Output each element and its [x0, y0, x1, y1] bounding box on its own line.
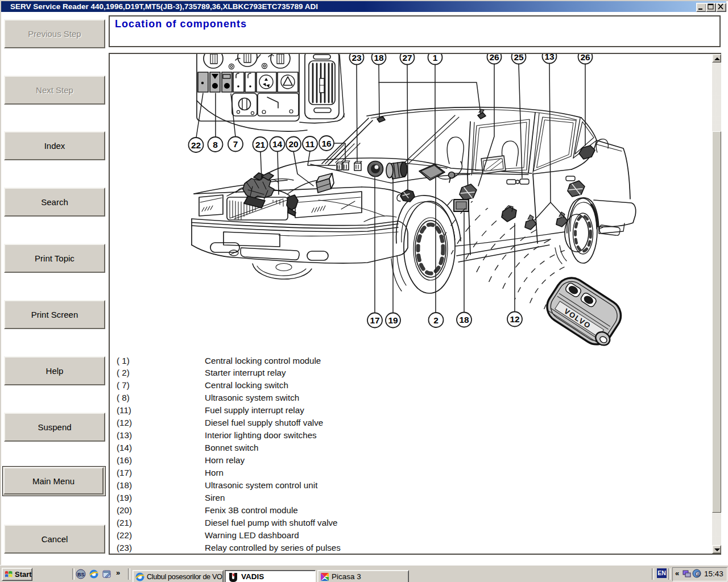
- svg-text:27: 27: [402, 54, 412, 63]
- svg-text:11: 11: [305, 139, 315, 149]
- svg-text:17: 17: [370, 315, 379, 325]
- svg-text:18: 18: [459, 315, 469, 325]
- svg-text:8: 8: [213, 140, 218, 149]
- svg-text:20: 20: [288, 139, 298, 149]
- svg-text:23: 23: [351, 54, 362, 63]
- svg-text:18: 18: [374, 54, 384, 63]
- svg-text:26: 26: [580, 54, 590, 62]
- svg-text:1: 1: [433, 54, 438, 63]
- svg-text:16: 16: [321, 139, 332, 148]
- svg-text:2: 2: [433, 315, 439, 325]
- svg-text:7: 7: [233, 139, 238, 149]
- svg-text:13: 13: [544, 54, 555, 61]
- svg-text:25: 25: [514, 54, 524, 62]
- svg-text:12: 12: [510, 314, 519, 324]
- svg-text:26: 26: [489, 54, 499, 62]
- svg-text:19: 19: [388, 315, 398, 325]
- svg-text:21: 21: [255, 140, 266, 149]
- svg-text:22: 22: [191, 140, 201, 150]
- svg-text:BS: BS: [77, 572, 85, 577]
- svg-text:a: a: [697, 571, 700, 577]
- svg-text:14: 14: [272, 139, 283, 149]
- svg-text:Start: Start: [15, 570, 32, 579]
